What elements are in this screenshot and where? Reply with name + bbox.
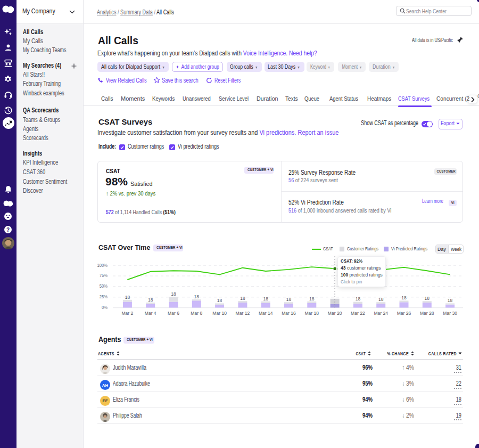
svg-text:Mar 10: Mar 10 xyxy=(212,311,227,316)
svg-text:Mar 20: Mar 20 xyxy=(328,311,342,316)
svg-text:50%: 50% xyxy=(100,284,108,289)
svg-text:100%: 100% xyxy=(97,263,108,267)
svg-text:18: 18 xyxy=(217,298,222,303)
svg-text:Mar 8: Mar 8 xyxy=(191,311,202,316)
svg-text:?: ? xyxy=(6,227,10,233)
svg-text:25%: 25% xyxy=(100,295,108,299)
svg-text:Mar 4: Mar 4 xyxy=(145,311,156,316)
svg-text:18: 18 xyxy=(356,296,361,302)
svg-text:18: 18 xyxy=(425,296,430,301)
svg-text:18: 18 xyxy=(171,291,176,297)
svg-text:Mar 12: Mar 12 xyxy=(236,311,250,316)
svg-text:18: 18 xyxy=(194,294,200,299)
svg-text:Mar 16: Mar 16 xyxy=(282,311,296,316)
svg-text:Mar 6: Mar 6 xyxy=(168,311,179,316)
svg-text:Mar 24: Mar 24 xyxy=(374,311,388,316)
svg-text:18: 18 xyxy=(401,295,407,300)
svg-text:Mar 22: Mar 22 xyxy=(351,311,365,316)
svg-text:18: 18 xyxy=(448,298,453,303)
svg-text:Mar 18: Mar 18 xyxy=(305,311,319,316)
svg-text:18: 18 xyxy=(263,296,268,302)
svg-text:Mar 2: Mar 2 xyxy=(121,311,133,316)
svg-text:18: 18 xyxy=(286,297,292,302)
svg-text:18: 18 xyxy=(378,297,384,302)
svg-text:Mar 30: Mar 30 xyxy=(443,311,457,316)
svg-text:Mar 14: Mar 14 xyxy=(259,311,273,316)
svg-text:18: 18 xyxy=(125,295,130,300)
svg-text:18: 18 xyxy=(309,296,315,302)
svg-text:18: 18 xyxy=(148,297,153,303)
svg-text:0%: 0% xyxy=(102,305,108,310)
svg-text:18: 18 xyxy=(240,296,245,301)
svg-text:Mar 28: Mar 28 xyxy=(420,311,434,316)
svg-text:Mar 26: Mar 26 xyxy=(397,311,411,316)
svg-text:75%: 75% xyxy=(100,273,108,278)
